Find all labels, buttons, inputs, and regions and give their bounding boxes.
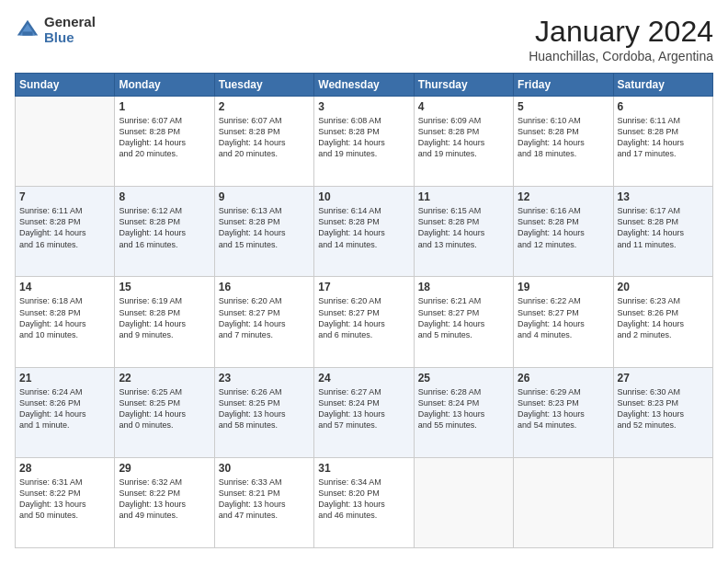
day-number: 23 xyxy=(219,372,310,385)
day-number: 4 xyxy=(418,100,509,113)
calendar-cell: 31Sunrise: 6:34 AM Sunset: 8:20 PM Dayli… xyxy=(314,457,414,547)
calendar-cell: 26Sunrise: 6:29 AM Sunset: 8:23 PM Dayli… xyxy=(514,367,613,457)
day-detail: Sunrise: 6:16 AM Sunset: 8:28 PM Dayligh… xyxy=(518,205,609,250)
calendar-cell: 17Sunrise: 6:20 AM Sunset: 8:27 PM Dayli… xyxy=(314,277,414,367)
day-detail: Sunrise: 6:28 AM Sunset: 8:24 PM Dayligh… xyxy=(418,386,509,431)
calendar-header-row: SundayMondayTuesdayWednesdayThursdayFrid… xyxy=(16,74,713,97)
svg-rect-2 xyxy=(22,31,32,35)
calendar-cell: 20Sunrise: 6:23 AM Sunset: 8:26 PM Dayli… xyxy=(613,277,712,367)
day-detail: Sunrise: 6:23 AM Sunset: 8:26 PM Dayligh… xyxy=(618,295,709,340)
day-number: 10 xyxy=(318,190,409,203)
day-detail: Sunrise: 6:29 AM Sunset: 8:23 PM Dayligh… xyxy=(518,386,609,431)
day-number: 17 xyxy=(318,281,409,293)
calendar-table: SundayMondayTuesdayWednesdayThursdayFrid… xyxy=(15,73,713,548)
day-number: 16 xyxy=(219,281,310,293)
calendar-header-sunday: Sunday xyxy=(16,74,115,97)
calendar-cell: 14Sunrise: 6:18 AM Sunset: 8:28 PM Dayli… xyxy=(16,277,115,367)
calendar-cell: 3Sunrise: 6:08 AM Sunset: 8:28 PM Daylig… xyxy=(314,97,414,187)
calendar-cell: 25Sunrise: 6:28 AM Sunset: 8:24 PM Dayli… xyxy=(414,367,513,457)
day-detail: Sunrise: 6:21 AM Sunset: 8:27 PM Dayligh… xyxy=(418,295,509,340)
day-detail: Sunrise: 6:26 AM Sunset: 8:25 PM Dayligh… xyxy=(219,386,310,431)
day-number: 6 xyxy=(618,100,709,113)
day-detail: Sunrise: 6:32 AM Sunset: 8:22 PM Dayligh… xyxy=(119,477,210,522)
calendar-cell: 9Sunrise: 6:13 AM Sunset: 8:28 PM Daylig… xyxy=(214,187,313,277)
day-number: 29 xyxy=(119,462,210,475)
calendar-cell: 15Sunrise: 6:19 AM Sunset: 8:28 PM Dayli… xyxy=(115,277,214,367)
day-detail: Sunrise: 6:24 AM Sunset: 8:26 PM Dayligh… xyxy=(19,386,110,431)
day-number: 1 xyxy=(119,100,210,113)
calendar-cell: 13Sunrise: 6:17 AM Sunset: 8:28 PM Dayli… xyxy=(613,187,712,277)
day-number: 30 xyxy=(219,462,310,475)
calendar-cell: 30Sunrise: 6:33 AM Sunset: 8:21 PM Dayli… xyxy=(214,457,313,547)
day-number: 31 xyxy=(318,462,409,475)
calendar-cell: 29Sunrise: 6:32 AM Sunset: 8:22 PM Dayli… xyxy=(115,457,214,547)
calendar-cell: 12Sunrise: 6:16 AM Sunset: 8:28 PM Dayli… xyxy=(514,187,613,277)
calendar-week-row: 28Sunrise: 6:31 AM Sunset: 8:22 PM Dayli… xyxy=(16,457,713,547)
day-number: 2 xyxy=(219,100,310,113)
day-number: 26 xyxy=(518,372,609,385)
day-number: 5 xyxy=(518,100,609,113)
day-detail: Sunrise: 6:19 AM Sunset: 8:28 PM Dayligh… xyxy=(119,295,210,340)
month-title: January 2024 xyxy=(529,15,713,49)
calendar-cell xyxy=(414,457,513,547)
day-detail: Sunrise: 6:25 AM Sunset: 8:25 PM Dayligh… xyxy=(119,386,210,431)
calendar-cell: 27Sunrise: 6:30 AM Sunset: 8:23 PM Dayli… xyxy=(613,367,712,457)
location: Huanchillas, Cordoba, Argentina xyxy=(529,49,713,63)
day-detail: Sunrise: 6:27 AM Sunset: 8:24 PM Dayligh… xyxy=(318,386,409,431)
calendar-cell: 24Sunrise: 6:27 AM Sunset: 8:24 PM Dayli… xyxy=(314,367,414,457)
day-number: 28 xyxy=(19,462,110,475)
calendar-cell: 23Sunrise: 6:26 AM Sunset: 8:25 PM Dayli… xyxy=(214,367,313,457)
day-detail: Sunrise: 6:07 AM Sunset: 8:28 PM Dayligh… xyxy=(219,115,310,160)
calendar-cell xyxy=(16,97,115,187)
day-detail: Sunrise: 6:30 AM Sunset: 8:23 PM Dayligh… xyxy=(618,386,709,431)
calendar-cell: 21Sunrise: 6:24 AM Sunset: 8:26 PM Dayli… xyxy=(16,367,115,457)
day-detail: Sunrise: 6:33 AM Sunset: 8:21 PM Dayligh… xyxy=(219,477,310,522)
day-number: 27 xyxy=(618,372,709,385)
page-header: General Blue January 2024 Huanchillas, C… xyxy=(15,15,713,63)
day-number: 7 xyxy=(19,190,110,203)
calendar-cell: 1Sunrise: 6:07 AM Sunset: 8:28 PM Daylig… xyxy=(115,97,214,187)
day-detail: Sunrise: 6:11 AM Sunset: 8:28 PM Dayligh… xyxy=(19,205,110,250)
day-number: 18 xyxy=(418,281,509,293)
day-detail: Sunrise: 6:15 AM Sunset: 8:28 PM Dayligh… xyxy=(418,205,509,250)
logo: General Blue xyxy=(15,15,96,45)
day-detail: Sunrise: 6:13 AM Sunset: 8:28 PM Dayligh… xyxy=(219,205,310,250)
day-number: 3 xyxy=(318,100,409,113)
calendar-header-saturday: Saturday xyxy=(613,74,712,97)
calendar-header-friday: Friday xyxy=(514,74,613,97)
logo-blue: Blue xyxy=(44,30,96,46)
day-detail: Sunrise: 6:20 AM Sunset: 8:27 PM Dayligh… xyxy=(219,295,310,340)
day-detail: Sunrise: 6:07 AM Sunset: 8:28 PM Dayligh… xyxy=(119,115,210,160)
calendar-week-row: 7Sunrise: 6:11 AM Sunset: 8:28 PM Daylig… xyxy=(16,187,713,277)
day-detail: Sunrise: 6:34 AM Sunset: 8:20 PM Dayligh… xyxy=(318,477,409,522)
day-detail: Sunrise: 6:08 AM Sunset: 8:28 PM Dayligh… xyxy=(318,115,409,160)
day-number: 19 xyxy=(518,281,609,293)
calendar-cell: 22Sunrise: 6:25 AM Sunset: 8:25 PM Dayli… xyxy=(115,367,214,457)
calendar-cell xyxy=(613,457,712,547)
calendar-week-row: 14Sunrise: 6:18 AM Sunset: 8:28 PM Dayli… xyxy=(16,277,713,367)
calendar-header-wednesday: Wednesday xyxy=(314,74,414,97)
title-block: January 2024 Huanchillas, Cordoba, Argen… xyxy=(529,15,713,63)
calendar-cell: 6Sunrise: 6:11 AM Sunset: 8:28 PM Daylig… xyxy=(613,97,712,187)
day-detail: Sunrise: 6:09 AM Sunset: 8:28 PM Dayligh… xyxy=(418,115,509,160)
day-number: 12 xyxy=(518,190,609,203)
logo-general: General xyxy=(44,15,96,30)
calendar-week-row: 21Sunrise: 6:24 AM Sunset: 8:26 PM Dayli… xyxy=(16,367,713,457)
calendar-header-tuesday: Tuesday xyxy=(214,74,313,97)
day-number: 9 xyxy=(219,190,310,203)
day-number: 25 xyxy=(418,372,509,385)
day-detail: Sunrise: 6:14 AM Sunset: 8:28 PM Dayligh… xyxy=(318,205,409,250)
calendar-cell: 5Sunrise: 6:10 AM Sunset: 8:28 PM Daylig… xyxy=(514,97,613,187)
calendar-cell xyxy=(514,457,613,547)
calendar-cell: 4Sunrise: 6:09 AM Sunset: 8:28 PM Daylig… xyxy=(414,97,513,187)
day-number: 14 xyxy=(19,281,110,293)
calendar-cell: 11Sunrise: 6:15 AM Sunset: 8:28 PM Dayli… xyxy=(414,187,513,277)
calendar-header-monday: Monday xyxy=(115,74,214,97)
day-detail: Sunrise: 6:11 AM Sunset: 8:28 PM Dayligh… xyxy=(618,115,709,160)
calendar-cell: 19Sunrise: 6:22 AM Sunset: 8:27 PM Dayli… xyxy=(514,277,613,367)
day-number: 24 xyxy=(318,372,409,385)
calendar-cell: 28Sunrise: 6:31 AM Sunset: 8:22 PM Dayli… xyxy=(16,457,115,547)
day-detail: Sunrise: 6:18 AM Sunset: 8:28 PM Dayligh… xyxy=(19,295,110,340)
day-number: 11 xyxy=(418,190,509,203)
calendar-header-thursday: Thursday xyxy=(414,74,513,97)
